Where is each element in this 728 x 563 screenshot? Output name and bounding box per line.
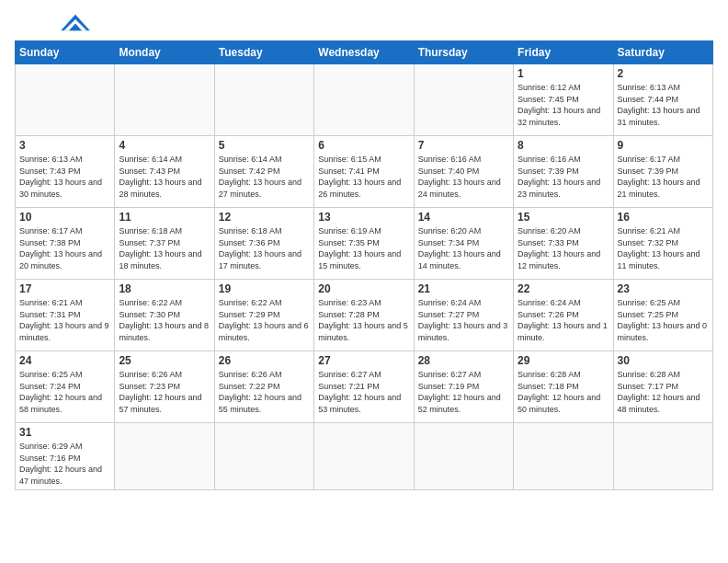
day-cell bbox=[514, 423, 613, 490]
day-cell bbox=[115, 64, 214, 136]
day-number: 24 bbox=[19, 354, 110, 367]
day-number: 17 bbox=[19, 282, 110, 295]
day-cell: 26Sunrise: 6:26 AM Sunset: 7:22 PM Dayli… bbox=[214, 351, 313, 423]
day-cell: 4Sunrise: 6:14 AM Sunset: 7:43 PM Daylig… bbox=[115, 136, 214, 208]
day-number: 18 bbox=[119, 282, 210, 295]
day-cell bbox=[16, 64, 115, 136]
day-info: Sunrise: 6:20 AM Sunset: 7:34 PM Dayligh… bbox=[418, 225, 509, 271]
week-row-0: 1Sunrise: 6:12 AM Sunset: 7:45 PM Daylig… bbox=[16, 64, 713, 136]
day-number: 30 bbox=[618, 354, 709, 367]
day-cell: 29Sunrise: 6:28 AM Sunset: 7:18 PM Dayli… bbox=[514, 351, 613, 423]
day-cell: 12Sunrise: 6:18 AM Sunset: 7:36 PM Dayli… bbox=[214, 208, 313, 280]
day-cell bbox=[314, 64, 414, 136]
day-header-sunday: Sunday bbox=[16, 41, 115, 64]
day-header-saturday: Saturday bbox=[613, 41, 712, 64]
day-cell: 1Sunrise: 6:12 AM Sunset: 7:45 PM Daylig… bbox=[514, 64, 613, 136]
day-cell: 24Sunrise: 6:25 AM Sunset: 7:24 PM Dayli… bbox=[16, 351, 115, 423]
day-number: 15 bbox=[518, 211, 609, 224]
day-info: Sunrise: 6:22 AM Sunset: 7:30 PM Dayligh… bbox=[119, 297, 210, 343]
day-cell: 2Sunrise: 6:13 AM Sunset: 7:44 PM Daylig… bbox=[613, 64, 712, 136]
day-number: 14 bbox=[418, 211, 509, 224]
day-info: Sunrise: 6:13 AM Sunset: 7:44 PM Dayligh… bbox=[618, 82, 709, 128]
day-number: 8 bbox=[518, 139, 609, 152]
day-cell: 18Sunrise: 6:22 AM Sunset: 7:30 PM Dayli… bbox=[115, 280, 214, 351]
days-header-row: SundayMondayTuesdayWednesdayThursdayFrid… bbox=[16, 41, 713, 64]
week-row-2: 10Sunrise: 6:17 AM Sunset: 7:38 PM Dayli… bbox=[16, 208, 713, 280]
day-cell bbox=[414, 423, 513, 490]
day-cell: 6Sunrise: 6:15 AM Sunset: 7:41 PM Daylig… bbox=[314, 136, 414, 208]
day-info: Sunrise: 6:21 AM Sunset: 7:31 PM Dayligh… bbox=[19, 297, 110, 343]
day-number: 25 bbox=[119, 354, 210, 367]
day-number: 4 bbox=[119, 139, 210, 152]
day-info: Sunrise: 6:18 AM Sunset: 7:36 PM Dayligh… bbox=[219, 225, 310, 271]
day-number: 7 bbox=[418, 139, 509, 152]
day-cell: 7Sunrise: 6:16 AM Sunset: 7:40 PM Daylig… bbox=[414, 136, 513, 208]
day-number: 26 bbox=[219, 354, 310, 367]
day-cell bbox=[214, 64, 313, 136]
day-number: 1 bbox=[518, 67, 609, 80]
day-cell: 14Sunrise: 6:20 AM Sunset: 7:34 PM Dayli… bbox=[414, 208, 513, 280]
day-cell: 20Sunrise: 6:23 AM Sunset: 7:28 PM Dayli… bbox=[314, 280, 414, 351]
day-info: Sunrise: 6:16 AM Sunset: 7:39 PM Dayligh… bbox=[518, 154, 609, 200]
week-row-1: 3Sunrise: 6:13 AM Sunset: 7:43 PM Daylig… bbox=[16, 136, 713, 208]
day-cell: 15Sunrise: 6:20 AM Sunset: 7:33 PM Dayli… bbox=[514, 208, 613, 280]
day-info: Sunrise: 6:13 AM Sunset: 7:43 PM Dayligh… bbox=[19, 154, 110, 200]
day-header-friday: Friday bbox=[514, 41, 613, 64]
day-number: 5 bbox=[219, 139, 310, 152]
day-info: Sunrise: 6:17 AM Sunset: 7:39 PM Dayligh… bbox=[618, 154, 709, 200]
day-info: Sunrise: 6:24 AM Sunset: 7:26 PM Dayligh… bbox=[518, 297, 609, 343]
calendar: SundayMondayTuesdayWednesdayThursdayFrid… bbox=[15, 40, 713, 490]
day-info: Sunrise: 6:18 AM Sunset: 7:37 PM Dayligh… bbox=[119, 225, 210, 271]
day-info: Sunrise: 6:16 AM Sunset: 7:40 PM Dayligh… bbox=[418, 154, 509, 200]
day-info: Sunrise: 6:28 AM Sunset: 7:18 PM Dayligh… bbox=[518, 369, 609, 415]
day-cell: 21Sunrise: 6:24 AM Sunset: 7:27 PM Dayli… bbox=[414, 280, 513, 351]
day-info: Sunrise: 6:29 AM Sunset: 7:16 PM Dayligh… bbox=[19, 441, 110, 487]
day-number: 3 bbox=[19, 139, 110, 152]
day-number: 29 bbox=[518, 354, 609, 367]
day-cell: 25Sunrise: 6:26 AM Sunset: 7:23 PM Dayli… bbox=[115, 351, 214, 423]
day-info: Sunrise: 6:23 AM Sunset: 7:28 PM Dayligh… bbox=[318, 297, 409, 343]
day-info: Sunrise: 6:26 AM Sunset: 7:22 PM Dayligh… bbox=[219, 369, 310, 415]
day-number: 10 bbox=[19, 211, 110, 224]
day-number: 19 bbox=[219, 282, 310, 295]
day-info: Sunrise: 6:25 AM Sunset: 7:24 PM Dayligh… bbox=[19, 369, 110, 415]
day-info: Sunrise: 6:22 AM Sunset: 7:29 PM Dayligh… bbox=[219, 297, 310, 343]
day-number: 27 bbox=[318, 354, 409, 367]
day-cell: 16Sunrise: 6:21 AM Sunset: 7:32 PM Dayli… bbox=[613, 208, 712, 280]
logo bbox=[15, 15, 92, 33]
day-number: 31 bbox=[19, 426, 110, 439]
day-header-wednesday: Wednesday bbox=[314, 41, 414, 64]
day-cell bbox=[414, 64, 513, 136]
day-cell: 5Sunrise: 6:14 AM Sunset: 7:42 PM Daylig… bbox=[214, 136, 313, 208]
day-cell: 30Sunrise: 6:28 AM Sunset: 7:17 PM Dayli… bbox=[613, 351, 712, 423]
day-cell: 22Sunrise: 6:24 AM Sunset: 7:26 PM Dayli… bbox=[514, 280, 613, 351]
day-cell bbox=[314, 423, 414, 490]
day-cell: 17Sunrise: 6:21 AM Sunset: 7:31 PM Dayli… bbox=[16, 280, 115, 351]
week-row-4: 24Sunrise: 6:25 AM Sunset: 7:24 PM Dayli… bbox=[16, 351, 713, 423]
day-number: 9 bbox=[618, 139, 709, 152]
day-number: 21 bbox=[418, 282, 509, 295]
day-number: 20 bbox=[318, 282, 409, 295]
logo-icon bbox=[59, 13, 92, 33]
day-cell bbox=[115, 423, 214, 490]
day-number: 12 bbox=[219, 211, 310, 224]
day-number: 16 bbox=[618, 211, 709, 224]
day-cell: 11Sunrise: 6:18 AM Sunset: 7:37 PM Dayli… bbox=[115, 208, 214, 280]
day-info: Sunrise: 6:14 AM Sunset: 7:43 PM Dayligh… bbox=[119, 154, 210, 200]
day-info: Sunrise: 6:15 AM Sunset: 7:41 PM Dayligh… bbox=[318, 154, 409, 200]
day-number: 22 bbox=[518, 282, 609, 295]
day-info: Sunrise: 6:14 AM Sunset: 7:42 PM Dayligh… bbox=[219, 154, 310, 200]
day-info: Sunrise: 6:24 AM Sunset: 7:27 PM Dayligh… bbox=[418, 297, 509, 343]
day-number: 6 bbox=[318, 139, 409, 152]
day-cell: 8Sunrise: 6:16 AM Sunset: 7:39 PM Daylig… bbox=[514, 136, 613, 208]
header bbox=[15, 15, 713, 33]
day-header-tuesday: Tuesday bbox=[214, 41, 313, 64]
day-number: 13 bbox=[318, 211, 409, 224]
day-cell: 10Sunrise: 6:17 AM Sunset: 7:38 PM Dayli… bbox=[16, 208, 115, 280]
day-number: 28 bbox=[418, 354, 509, 367]
day-info: Sunrise: 6:27 AM Sunset: 7:19 PM Dayligh… bbox=[418, 369, 509, 415]
day-info: Sunrise: 6:12 AM Sunset: 7:45 PM Dayligh… bbox=[518, 82, 609, 128]
day-cell: 28Sunrise: 6:27 AM Sunset: 7:19 PM Dayli… bbox=[414, 351, 513, 423]
day-info: Sunrise: 6:19 AM Sunset: 7:35 PM Dayligh… bbox=[318, 225, 409, 271]
day-number: 11 bbox=[119, 211, 210, 224]
